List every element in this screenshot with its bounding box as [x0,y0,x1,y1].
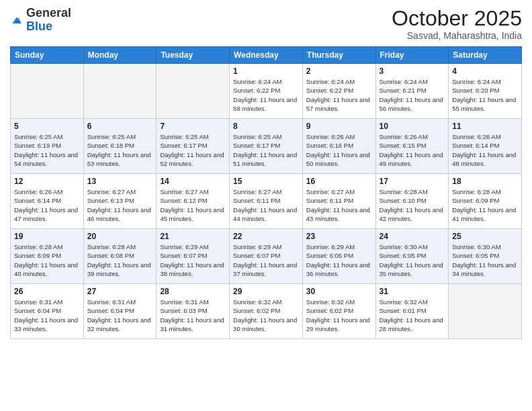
calendar-cell: 18Sunrise: 6:28 AMSunset: 6:09 PMDayligh… [449,174,522,229]
calendar-header-row: SundayMondayTuesdayWednesdayThursdayFrid… [11,47,522,64]
logo: General Blue [10,7,71,34]
calendar-cell: 21Sunrise: 6:29 AMSunset: 6:07 PMDayligh… [157,229,230,284]
logo-general: General [26,6,71,19]
col-header-wednesday: Wednesday [230,47,303,64]
calendar-cell [157,64,230,119]
day-info: Sunrise: 6:31 AMSunset: 6:04 PMDaylight:… [14,298,80,333]
calendar-cell: 28Sunrise: 6:31 AMSunset: 6:03 PMDayligh… [157,284,230,339]
calendar-week-2: 5Sunrise: 6:25 AMSunset: 6:19 PMDaylight… [11,119,522,174]
col-header-tuesday: Tuesday [157,47,230,64]
day-info: Sunrise: 6:31 AMSunset: 6:04 PMDaylight:… [87,298,153,333]
day-number: 29 [233,287,299,296]
calendar-cell: 3Sunrise: 6:24 AMSunset: 6:21 PMDaylight… [375,64,449,119]
calendar-cell [11,64,84,119]
calendar-cell: 8Sunrise: 6:25 AMSunset: 6:17 PMDaylight… [230,119,303,174]
logo-icon [10,13,24,27]
day-info: Sunrise: 6:29 AMSunset: 6:07 PMDaylight:… [160,242,226,278]
day-info: Sunrise: 6:31 AMSunset: 6:03 PMDaylight:… [160,298,226,333]
day-info: Sunrise: 6:28 AMSunset: 6:09 PMDaylight:… [452,187,518,223]
calendar-cell: 17Sunrise: 6:28 AMSunset: 6:10 PMDayligh… [375,174,449,229]
day-number: 18 [452,177,518,186]
calendar-cell [449,284,522,339]
day-number: 23 [306,232,372,241]
day-number: 4 [452,66,518,76]
day-number: 3 [380,66,445,76]
calendar-cell: 14Sunrise: 6:27 AMSunset: 6:12 PMDayligh… [157,174,230,229]
calendar-cell: 7Sunrise: 6:25 AMSunset: 6:17 PMDaylight… [157,119,230,174]
day-number: 19 [14,232,80,241]
day-number: 26 [14,287,80,296]
col-header-thursday: Thursday [302,47,375,64]
day-number: 17 [380,177,445,186]
day-number: 13 [87,177,153,186]
day-number: 16 [306,177,372,186]
calendar-week-4: 19Sunrise: 6:28 AMSunset: 6:09 PMDayligh… [11,229,522,284]
day-number: 8 [233,122,299,131]
calendar-cell: 2Sunrise: 6:24 AMSunset: 6:22 PMDaylight… [302,64,375,119]
calendar-cell: 4Sunrise: 6:24 AMSunset: 6:20 PMDaylight… [449,64,522,119]
calendar-cell: 20Sunrise: 6:28 AMSunset: 6:08 PMDayligh… [83,229,157,284]
day-info: Sunrise: 6:29 AMSunset: 6:06 PMDaylight:… [306,242,372,278]
day-number: 20 [87,232,153,241]
day-number: 9 [306,122,372,131]
day-info: Sunrise: 6:26 AMSunset: 6:14 PMDaylight:… [14,187,80,223]
day-number: 24 [380,232,445,241]
day-number: 21 [160,232,226,241]
day-info: Sunrise: 6:24 AMSunset: 6:22 PMDaylight:… [233,77,299,113]
calendar-cell: 1Sunrise: 6:24 AMSunset: 6:22 PMDaylight… [230,64,303,119]
day-number: 25 [452,232,518,241]
day-info: Sunrise: 6:26 AMSunset: 6:15 PMDaylight:… [380,132,445,168]
day-number: 30 [306,287,372,296]
calendar-cell: 11Sunrise: 6:26 AMSunset: 6:14 PMDayligh… [449,119,522,174]
day-info: Sunrise: 6:26 AMSunset: 6:16 PMDaylight:… [306,132,372,168]
calendar-week-1: 1Sunrise: 6:24 AMSunset: 6:22 PMDaylight… [11,64,522,119]
calendar-week-3: 12Sunrise: 6:26 AMSunset: 6:14 PMDayligh… [11,174,522,229]
day-number: 10 [380,122,445,131]
day-info: Sunrise: 6:27 AMSunset: 6:13 PMDaylight:… [87,187,153,223]
calendar-cell: 30Sunrise: 6:32 AMSunset: 6:02 PMDayligh… [302,284,375,339]
day-info: Sunrise: 6:32 AMSunset: 6:01 PMDaylight:… [380,298,445,333]
day-number: 27 [87,287,153,296]
calendar-cell: 5Sunrise: 6:25 AMSunset: 6:19 PMDaylight… [11,119,84,174]
title-block: October 2025 Sasvad, Maharashtra, India [392,7,522,41]
col-header-saturday: Saturday [449,47,522,64]
day-info: Sunrise: 6:28 AMSunset: 6:09 PMDaylight:… [14,242,80,278]
logo-blue: Blue [26,19,52,33]
calendar-cell: 19Sunrise: 6:28 AMSunset: 6:09 PMDayligh… [11,229,84,284]
calendar-cell: 31Sunrise: 6:32 AMSunset: 6:01 PMDayligh… [375,284,449,339]
calendar-cell: 24Sunrise: 6:30 AMSunset: 6:05 PMDayligh… [375,229,449,284]
logo-text: General Blue [26,7,71,34]
day-info: Sunrise: 6:27 AMSunset: 6:12 PMDaylight:… [160,187,226,223]
day-info: Sunrise: 6:25 AMSunset: 6:19 PMDaylight:… [14,132,80,168]
col-header-sunday: Sunday [11,47,84,64]
calendar-week-5: 26Sunrise: 6:31 AMSunset: 6:04 PMDayligh… [11,284,522,339]
month-title: October 2025 [392,7,522,30]
calendar-cell [83,64,157,119]
day-number: 12 [14,177,80,186]
day-info: Sunrise: 6:24 AMSunset: 6:21 PMDaylight:… [380,77,445,113]
calendar-cell: 29Sunrise: 6:32 AMSunset: 6:02 PMDayligh… [230,284,303,339]
day-info: Sunrise: 6:27 AMSunset: 6:11 PMDaylight:… [233,187,299,223]
day-number: 22 [233,232,299,241]
calendar-table: SundayMondayTuesdayWednesdayThursdayFrid… [10,46,522,339]
day-number: 7 [160,122,226,131]
day-info: Sunrise: 6:25 AMSunset: 6:17 PMDaylight:… [233,132,299,168]
subtitle: Sasvad, Maharashtra, India [392,30,522,41]
calendar-cell: 12Sunrise: 6:26 AMSunset: 6:14 PMDayligh… [11,174,84,229]
day-info: Sunrise: 6:25 AMSunset: 6:18 PMDaylight:… [87,132,153,168]
day-info: Sunrise: 6:29 AMSunset: 6:07 PMDaylight:… [233,242,299,278]
col-header-friday: Friday [375,47,449,64]
calendar-cell: 6Sunrise: 6:25 AMSunset: 6:18 PMDaylight… [83,119,157,174]
day-info: Sunrise: 6:28 AMSunset: 6:08 PMDaylight:… [87,242,153,278]
day-info: Sunrise: 6:25 AMSunset: 6:17 PMDaylight:… [160,132,226,168]
day-number: 5 [14,122,80,131]
col-header-monday: Monday [83,47,157,64]
day-info: Sunrise: 6:30 AMSunset: 6:05 PMDaylight:… [452,242,518,278]
day-number: 11 [452,122,518,131]
calendar-cell: 10Sunrise: 6:26 AMSunset: 6:15 PMDayligh… [375,119,449,174]
day-info: Sunrise: 6:24 AMSunset: 6:22 PMDaylight:… [306,77,372,113]
day-info: Sunrise: 6:30 AMSunset: 6:05 PMDaylight:… [380,242,445,278]
calendar-cell: 16Sunrise: 6:27 AMSunset: 6:11 PMDayligh… [302,174,375,229]
day-number: 6 [87,122,153,131]
day-number: 2 [306,66,372,76]
